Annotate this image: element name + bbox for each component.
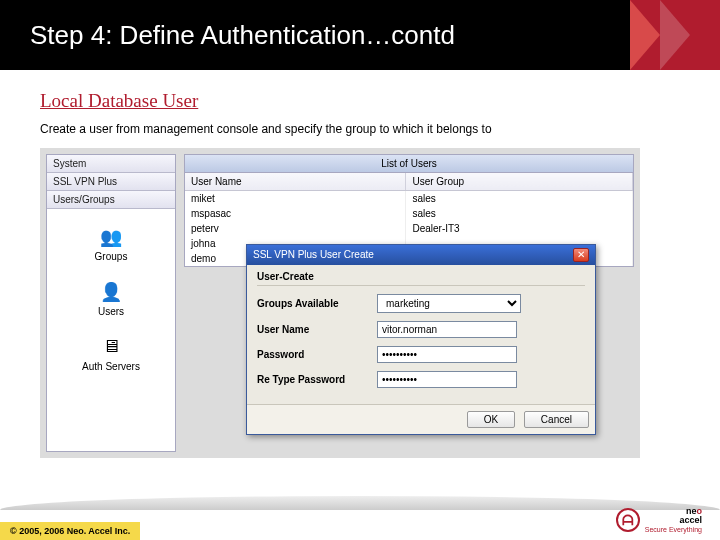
close-icon[interactable]: ✕	[573, 248, 589, 262]
logo-mark-icon: ᗩ	[616, 508, 640, 532]
row-username: User Name	[257, 321, 585, 338]
user-create-dialog: SSL VPN Plus User Create ✕ User-Create G…	[246, 244, 596, 435]
server-icon: 🖥	[99, 335, 123, 359]
col-usergroup[interactable]: User Group	[406, 173, 633, 191]
sidebar-item-label: Auth Servers	[82, 361, 140, 372]
label-groups: Groups Available	[257, 298, 377, 309]
sidebar-item-authservers[interactable]: 🖥 Auth Servers	[51, 335, 171, 372]
chevron-decor-icon	[630, 0, 720, 70]
footer-decor	[0, 496, 720, 510]
label-repassword: Re Type Password	[257, 374, 377, 385]
dialog-titlebar[interactable]: SSL VPN Plus User Create ✕	[247, 245, 595, 265]
password-input[interactable]	[377, 346, 517, 363]
slide-body: Local Database User Create a user from m…	[0, 70, 720, 458]
cell-user: peterv	[185, 221, 406, 236]
logo-text-b: accel	[679, 515, 702, 525]
sidebar-item-groups[interactable]: 👥 Groups	[51, 225, 171, 262]
company-logo: ᗩ neoaccel Secure Everything	[616, 507, 702, 534]
table-row[interactable]: miketsales	[185, 190, 633, 206]
logo-tagline: Secure Everything	[645, 526, 702, 534]
cancel-button[interactable]: Cancel	[524, 411, 589, 428]
console-screenshot: System SSL VPN Plus Users/Groups 👥 Group…	[40, 148, 640, 458]
groups-select[interactable]: marketing	[377, 294, 521, 313]
sidebar-item-users[interactable]: 👤 Users	[51, 280, 171, 317]
groups-icon: 👥	[99, 225, 123, 249]
panel-title: List of Users	[185, 155, 633, 173]
table-row[interactable]: mspasacsales	[185, 206, 633, 221]
dialog-buttons: OK Cancel	[247, 404, 595, 434]
logo-text-a: ne	[686, 506, 697, 516]
repassword-input[interactable]	[377, 371, 517, 388]
label-password: Password	[257, 349, 377, 360]
slide-header: Step 4: Define Authentication…contd	[0, 0, 720, 70]
row-password: Password	[257, 346, 585, 363]
col-username[interactable]: User Name	[185, 173, 406, 191]
dialog-body: User-Create Groups Available marketing U…	[247, 265, 595, 404]
sidebar-tab-usersgroups[interactable]: Users/Groups	[47, 191, 175, 209]
ok-button[interactable]: OK	[467, 411, 515, 428]
section-title: Local Database User	[40, 90, 680, 112]
table-row[interactable]: petervDealer-IT3	[185, 221, 633, 236]
sidebar-tab-sslvpn[interactable]: SSL VPN Plus	[47, 173, 175, 191]
cell-group: sales	[406, 206, 633, 221]
sidebar-tab-system[interactable]: System	[47, 155, 175, 173]
cell-group: Dealer-IT3	[406, 221, 633, 236]
sidebar-body: 👥 Groups 👤 Users 🖥 Auth Servers	[47, 209, 175, 396]
cell-user: mspasac	[185, 206, 406, 221]
dialog-legend: User-Create	[257, 271, 585, 286]
sidebar-item-label: Users	[98, 306, 124, 317]
username-input[interactable]	[377, 321, 517, 338]
sidebar-item-label: Groups	[95, 251, 128, 262]
copyright: © 2005, 2006 Neo. Accel Inc.	[0, 522, 140, 540]
cell-group: sales	[406, 190, 633, 206]
logo-text-o: o	[697, 506, 703, 516]
slide-title: Step 4: Define Authentication…contd	[30, 0, 720, 70]
cell-user: miket	[185, 190, 406, 206]
sidebar: System SSL VPN Plus Users/Groups 👥 Group…	[46, 154, 176, 452]
table-header-row: User Name User Group	[185, 173, 633, 191]
dialog-title-text: SSL VPN Plus User Create	[253, 249, 374, 260]
label-username: User Name	[257, 324, 377, 335]
row-groups: Groups Available marketing	[257, 294, 585, 313]
row-repassword: Re Type Password	[257, 371, 585, 388]
user-icon: 👤	[99, 280, 123, 304]
section-intro: Create a user from management console an…	[40, 122, 680, 138]
